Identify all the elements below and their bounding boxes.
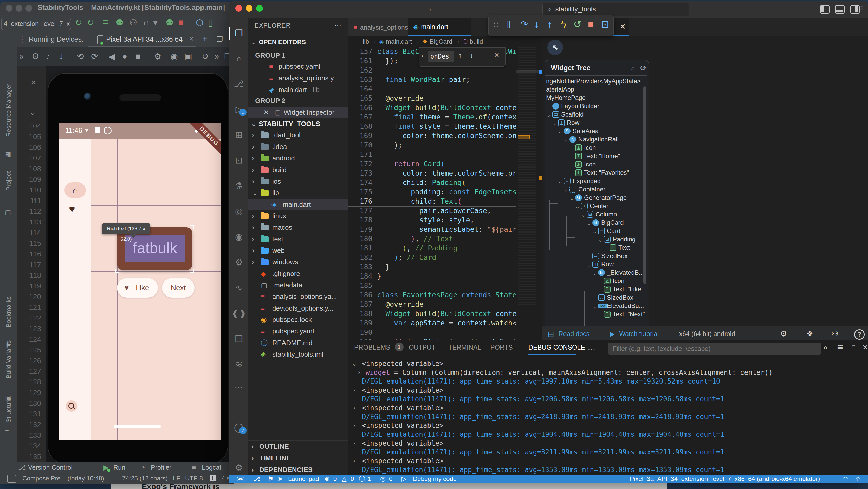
card-word[interactable]: fatbulk: [125, 235, 185, 262]
tree-item--gitignore[interactable]: ◆.gitignore: [248, 268, 348, 279]
widget-tree-row[interactable]: ⌄⊟Column: [545, 210, 648, 218]
toggle-primary-sidebar-icon[interactable]: [820, 5, 830, 13]
tree-item-windows[interactable]: ›windows: [248, 256, 348, 268]
remote-explorer-icon[interactable]: ⊡: [229, 153, 248, 167]
as-close-button[interactable]: [6, 5, 12, 12]
widget-tree-row[interactable]: ◭Icon: [545, 160, 648, 169]
launchpad-label[interactable]: Launchpad: [288, 475, 319, 483]
as-status-doc[interactable]: Compose Pre... (today 10:48): [22, 475, 104, 482]
open-inspector-icon[interactable]: ⊡: [601, 19, 609, 30]
widget-tree-row[interactable]: LLayoutBuilder: [545, 102, 648, 110]
minimap[interactable]: [516, 47, 539, 341]
nav-back-icon[interactable]: ←: [413, 4, 421, 13]
expand-chevron-icon[interactable]: ⌄: [586, 219, 592, 227]
file-label[interactable]: pubspec.yaml: [279, 61, 320, 72]
tool-window-bookmarks[interactable]: Bookmarks: [5, 296, 12, 328]
debug-bug-icon[interactable]: ⚉: [116, 17, 124, 28]
open-editors-header[interactable]: ⌄OPEN EDITORS: [251, 38, 306, 46]
explorer-icon[interactable]: ❐: [229, 27, 248, 40]
device-selector[interactable]: Pixel_3a_API_34_extension_level_7_x86_64…: [630, 475, 820, 483]
comments-icon[interactable]: ❏: [229, 332, 248, 345]
tool-window-build-variants[interactable]: Build Variants: [5, 340, 12, 378]
tool-window-resource-manager[interactable]: Resource Manager: [5, 84, 12, 137]
panel-close-icon[interactable]: ✕: [862, 343, 868, 352]
add-device-icon[interactable]: +: [202, 34, 208, 44]
record-icon[interactable]: ▣: [184, 52, 192, 61]
widget-tree-row[interactable]: ⌄BBigCard: [545, 218, 648, 227]
find-prev-icon[interactable]: ↑: [459, 51, 462, 60]
tab-main-dart[interactable]: ◈main.dart: [408, 18, 471, 36]
section-dependencies[interactable]: ›DEPENDENCIES: [248, 464, 348, 475]
console-expand-icon[interactable]: ›: [357, 368, 361, 377]
project-manager-icon[interactable]: ◎: [229, 205, 248, 218]
expand-chevron-icon[interactable]: ⌄: [563, 186, 569, 194]
ports-icon[interactable]: ◎: [380, 475, 385, 483]
widget-tree-row[interactable]: ⌄SSafeArea: [545, 127, 648, 135]
as-profiler-button[interactable]: Profiler: [151, 464, 172, 471]
layout-icon[interactable]: [7, 475, 16, 483]
widget-tree-row[interactable]: MyHomePage: [545, 94, 648, 102]
ports-forward-icon[interactable]: ⎇: [253, 475, 260, 483]
widget-tree-row[interactable]: ngeNotifierProvider<MyAppState>: [545, 77, 648, 85]
power-icon[interactable]: ʘ: [32, 52, 39, 61]
tree-item-linux[interactable]: ›linux: [248, 210, 348, 222]
widget-tree-row[interactable]: TText: "Like": [545, 285, 648, 294]
debug-my-code-label[interactable]: Debug my code: [413, 475, 457, 483]
footer-settings-icon[interactable]: ⚙: [780, 327, 787, 341]
notification-icon[interactable]: !: [210, 475, 216, 481]
widget-tree-row[interactable]: ⌄+Center: [545, 202, 648, 210]
expand-chevron-icon[interactable]: ⌄: [546, 111, 552, 119]
expand-chevron-icon[interactable]: ⌄: [563, 136, 569, 144]
tree-item-android[interactable]: ›android: [248, 152, 348, 164]
expand-chevron-icon[interactable]: ⌄: [592, 302, 597, 311]
back-icon[interactable]: ◀: [108, 52, 115, 61]
widget-tree[interactable]: ngeNotifierProvider<MyAppState>aterialAp…: [545, 76, 648, 335]
tree-item-analysis-options-ya---[interactable]: ≡analysis_options.ya...: [248, 291, 348, 302]
tree-item-build[interactable]: ›build: [248, 164, 348, 176]
search-fab[interactable]: [66, 400, 77, 412]
search-icon[interactable]: ⌕: [229, 52, 248, 65]
as-status-encoding[interactable]: UTF-8: [185, 475, 203, 482]
caret-icon[interactable]: ▾: [153, 17, 158, 28]
overflow-left-icon[interactable]: »: [19, 52, 24, 61]
hot-reload-icon[interactable]: ϟ: [561, 19, 566, 30]
debug-stop-icon[interactable]: ■: [588, 19, 593, 29]
widget-tree-row[interactable]: TText: "Next": [545, 310, 648, 318]
nav-home-button[interactable]: ⌂: [64, 182, 86, 198]
source-control-icon[interactable]: ⎇: [229, 77, 248, 91]
device-manager-icon[interactable]: ▯: [208, 17, 213, 28]
inspector-tab-close-icon[interactable]: ✕: [620, 22, 626, 31]
as-logcat-button[interactable]: Logcat: [202, 464, 221, 471]
errors-count[interactable]: 0: [333, 475, 337, 483]
profiler-icon[interactable]: ⚇: [129, 17, 137, 28]
as-status-indent[interactable]: 4 s: [222, 475, 230, 482]
tree-item-pubspec-lock[interactable]: ◉pubspec.lock: [248, 314, 348, 326]
tool-window-structure[interactable]: Structure: [5, 397, 12, 422]
widget-tree-row[interactable]: ⌄⇔Expanded: [545, 177, 648, 185]
filter-search-icon[interactable]: ⌕: [823, 343, 828, 352]
widget-tree-row[interactable]: ⌄▭Card: [545, 227, 648, 235]
camera-icon[interactable]: ◉: [170, 52, 178, 61]
widget-tree-row[interactable]: ◭Icon: [545, 144, 648, 152]
widget-tree-row[interactable]: TText: "Home": [545, 152, 648, 160]
vsc-zoom-button[interactable]: [256, 5, 263, 12]
panel-tab-output[interactable]: OUTPUT: [409, 344, 436, 351]
as-zoom-button[interactable]: [26, 5, 32, 12]
tool-window-project[interactable]: Project: [5, 172, 12, 191]
widget-tree-row[interactable]: ⌄E_ElevatedB...: [545, 269, 648, 277]
tree-item-main-dart[interactable]: ◈main.dart: [248, 199, 348, 210]
device-tab-label[interactable]: Pixel 3a API 34 ...x86 64: [106, 35, 183, 43]
find-selection-icon[interactable]: ☰: [481, 51, 487, 59]
open-editor-item[interactable]: ✕▢Widget Inspector: [248, 106, 348, 118]
widget-tree-row[interactable]: ⌄◫Row: [545, 119, 648, 127]
device-settings-icon[interactable]: ⚙: [154, 52, 161, 61]
panel-collapse-icon[interactable]: ⌃: [850, 343, 857, 352]
extensions-icon[interactable]: ⊞: [229, 128, 248, 142]
device-tab-close-icon[interactable]: ✕: [189, 35, 194, 43]
file-label[interactable]: analysis_options.y...: [279, 72, 339, 84]
rerun-icon[interactable]: ↻: [75, 17, 83, 28]
split-panel-icon[interactable]: ❐: [216, 35, 223, 43]
toggle-secondary-sidebar-icon[interactable]: [850, 5, 860, 13]
tree-item-ios[interactable]: ›ios: [248, 176, 348, 187]
widget-tree-row[interactable]: ⌄Container: [545, 185, 648, 193]
